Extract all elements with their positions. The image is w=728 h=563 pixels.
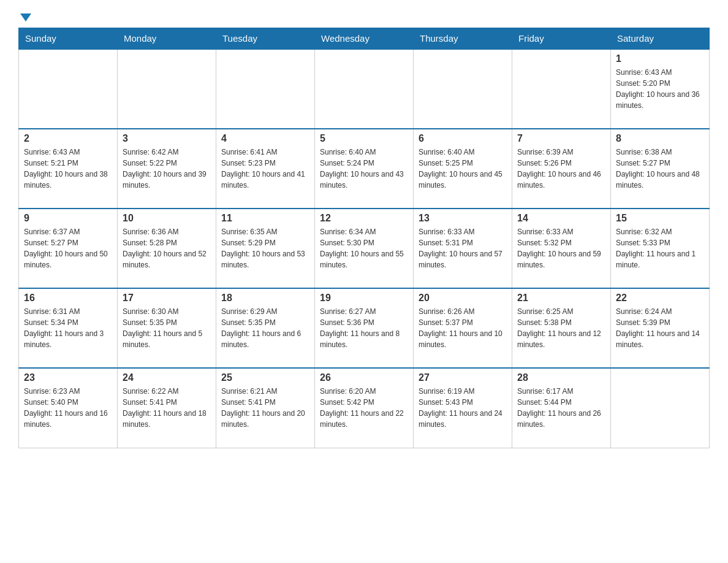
day-info: Sunrise: 6:29 AM Sunset: 5:35 PM Dayligh… [221, 306, 309, 350]
day-number: 28 [517, 372, 605, 383]
week-row-5: 23Sunrise: 6:23 AM Sunset: 5:40 PM Dayli… [19, 368, 710, 448]
day-number: 20 [419, 293, 507, 304]
logo [18, 12, 31, 21]
day-number: 16 [24, 293, 112, 304]
week-row-1: 1Sunrise: 6:43 AM Sunset: 5:20 PM Daylig… [19, 49, 710, 129]
day-info: Sunrise: 6:22 AM Sunset: 5:41 PM Dayligh… [123, 386, 211, 430]
day-number: 4 [221, 133, 309, 144]
day-number: 6 [419, 133, 507, 144]
calendar-cell: 5Sunrise: 6:40 AM Sunset: 5:24 PM Daylig… [315, 129, 414, 209]
calendar-header-row: SundayMondayTuesdayWednesdayThursdayFrid… [19, 28, 710, 50]
calendar-cell: 10Sunrise: 6:36 AM Sunset: 5:28 PM Dayli… [118, 209, 216, 288]
day-number: 7 [517, 133, 605, 144]
calendar-cell: 18Sunrise: 6:29 AM Sunset: 5:35 PM Dayli… [216, 288, 315, 368]
calendar-cell [512, 49, 611, 129]
day-number: 25 [221, 372, 309, 383]
day-info: Sunrise: 6:23 AM Sunset: 5:40 PM Dayligh… [24, 386, 112, 430]
calendar-cell: 1Sunrise: 6:43 AM Sunset: 5:20 PM Daylig… [611, 49, 710, 129]
calendar-cell: 9Sunrise: 6:37 AM Sunset: 5:27 PM Daylig… [19, 209, 118, 288]
day-info: Sunrise: 6:42 AM Sunset: 5:22 PM Dayligh… [123, 147, 211, 191]
calendar-cell [19, 49, 118, 129]
calendar-cell [118, 49, 216, 129]
day-info: Sunrise: 6:27 AM Sunset: 5:36 PM Dayligh… [320, 306, 408, 350]
calendar-cell [611, 368, 710, 448]
calendar-cell: 11Sunrise: 6:35 AM Sunset: 5:29 PM Dayli… [216, 209, 315, 288]
calendar-cell: 19Sunrise: 6:27 AM Sunset: 5:36 PM Dayli… [315, 288, 414, 368]
day-info: Sunrise: 6:26 AM Sunset: 5:37 PM Dayligh… [419, 306, 507, 350]
day-info: Sunrise: 6:34 AM Sunset: 5:30 PM Dayligh… [320, 226, 408, 270]
day-info: Sunrise: 6:31 AM Sunset: 5:34 PM Dayligh… [24, 306, 112, 350]
day-number: 18 [221, 293, 309, 304]
day-info: Sunrise: 6:33 AM Sunset: 5:32 PM Dayligh… [517, 226, 605, 270]
day-number: 2 [24, 133, 112, 144]
day-number: 15 [616, 213, 704, 224]
calendar-cell: 4Sunrise: 6:41 AM Sunset: 5:23 PM Daylig… [216, 129, 315, 209]
calendar-cell: 24Sunrise: 6:22 AM Sunset: 5:41 PM Dayli… [118, 368, 216, 448]
calendar-cell: 14Sunrise: 6:33 AM Sunset: 5:32 PM Dayli… [512, 209, 611, 288]
day-number: 10 [123, 213, 211, 224]
day-info: Sunrise: 6:40 AM Sunset: 5:24 PM Dayligh… [320, 147, 408, 191]
day-info: Sunrise: 6:37 AM Sunset: 5:27 PM Dayligh… [24, 226, 112, 270]
calendar-cell: 20Sunrise: 6:26 AM Sunset: 5:37 PM Dayli… [414, 288, 512, 368]
day-info: Sunrise: 6:24 AM Sunset: 5:39 PM Dayligh… [616, 306, 704, 350]
day-info: Sunrise: 6:36 AM Sunset: 5:28 PM Dayligh… [123, 226, 211, 270]
day-header-tuesday: Tuesday [216, 28, 315, 50]
day-number: 9 [24, 213, 112, 224]
calendar-cell: 28Sunrise: 6:17 AM Sunset: 5:44 PM Dayli… [512, 368, 611, 448]
day-header-sunday: Sunday [19, 28, 118, 50]
day-number: 23 [24, 372, 112, 383]
day-number: 5 [320, 133, 408, 144]
day-info: Sunrise: 6:38 AM Sunset: 5:27 PM Dayligh… [616, 147, 704, 191]
calendar-cell: 6Sunrise: 6:40 AM Sunset: 5:25 PM Daylig… [414, 129, 512, 209]
day-info: Sunrise: 6:25 AM Sunset: 5:38 PM Dayligh… [517, 306, 605, 350]
day-number: 21 [517, 293, 605, 304]
day-header-wednesday: Wednesday [315, 28, 414, 50]
day-info: Sunrise: 6:41 AM Sunset: 5:23 PM Dayligh… [221, 147, 309, 191]
week-row-3: 9Sunrise: 6:37 AM Sunset: 5:27 PM Daylig… [19, 209, 710, 288]
day-header-thursday: Thursday [414, 28, 512, 50]
calendar-cell: 16Sunrise: 6:31 AM Sunset: 5:34 PM Dayli… [19, 288, 118, 368]
day-number: 22 [616, 293, 704, 304]
day-number: 1 [616, 53, 704, 64]
calendar-cell: 21Sunrise: 6:25 AM Sunset: 5:38 PM Dayli… [512, 288, 611, 368]
day-info: Sunrise: 6:20 AM Sunset: 5:42 PM Dayligh… [320, 386, 408, 430]
calendar-cell: 8Sunrise: 6:38 AM Sunset: 5:27 PM Daylig… [611, 129, 710, 209]
day-info: Sunrise: 6:17 AM Sunset: 5:44 PM Dayligh… [517, 386, 605, 430]
day-info: Sunrise: 6:43 AM Sunset: 5:21 PM Dayligh… [24, 147, 112, 191]
day-number: 8 [616, 133, 704, 144]
day-number: 14 [517, 213, 605, 224]
calendar-cell: 23Sunrise: 6:23 AM Sunset: 5:40 PM Dayli… [19, 368, 118, 448]
day-info: Sunrise: 6:43 AM Sunset: 5:20 PM Dayligh… [616, 67, 704, 111]
day-info: Sunrise: 6:35 AM Sunset: 5:29 PM Dayligh… [221, 226, 309, 270]
calendar-cell: 7Sunrise: 6:39 AM Sunset: 5:26 PM Daylig… [512, 129, 611, 209]
calendar-cell [414, 49, 512, 129]
calendar-cell: 2Sunrise: 6:43 AM Sunset: 5:21 PM Daylig… [19, 129, 118, 209]
day-number: 19 [320, 293, 408, 304]
calendar-cell [315, 49, 414, 129]
day-number: 17 [123, 293, 211, 304]
day-number: 12 [320, 213, 408, 224]
day-header-friday: Friday [512, 28, 611, 50]
day-number: 26 [320, 372, 408, 383]
calendar-cell [216, 49, 315, 129]
calendar-table: SundayMondayTuesdayWednesdayThursdayFrid… [18, 28, 710, 448]
calendar-cell: 13Sunrise: 6:33 AM Sunset: 5:31 PM Dayli… [414, 209, 512, 288]
day-number: 11 [221, 213, 309, 224]
calendar-cell: 12Sunrise: 6:34 AM Sunset: 5:30 PM Dayli… [315, 209, 414, 288]
day-number: 13 [419, 213, 507, 224]
calendar-cell: 15Sunrise: 6:32 AM Sunset: 5:33 PM Dayli… [611, 209, 710, 288]
day-info: Sunrise: 6:30 AM Sunset: 5:35 PM Dayligh… [123, 306, 211, 350]
day-info: Sunrise: 6:40 AM Sunset: 5:25 PM Dayligh… [419, 147, 507, 191]
day-header-saturday: Saturday [611, 28, 710, 50]
day-info: Sunrise: 6:32 AM Sunset: 5:33 PM Dayligh… [616, 226, 704, 270]
logo-triangle-icon [20, 13, 31, 21]
day-info: Sunrise: 6:39 AM Sunset: 5:26 PM Dayligh… [517, 147, 605, 191]
day-header-monday: Monday [118, 28, 216, 50]
calendar-cell: 27Sunrise: 6:19 AM Sunset: 5:43 PM Dayli… [414, 368, 512, 448]
day-info: Sunrise: 6:21 AM Sunset: 5:41 PM Dayligh… [221, 386, 309, 430]
calendar-cell: 22Sunrise: 6:24 AM Sunset: 5:39 PM Dayli… [611, 288, 710, 368]
day-number: 24 [123, 372, 211, 383]
day-info: Sunrise: 6:33 AM Sunset: 5:31 PM Dayligh… [419, 226, 507, 270]
week-row-4: 16Sunrise: 6:31 AM Sunset: 5:34 PM Dayli… [19, 288, 710, 368]
calendar-cell: 26Sunrise: 6:20 AM Sunset: 5:42 PM Dayli… [315, 368, 414, 448]
